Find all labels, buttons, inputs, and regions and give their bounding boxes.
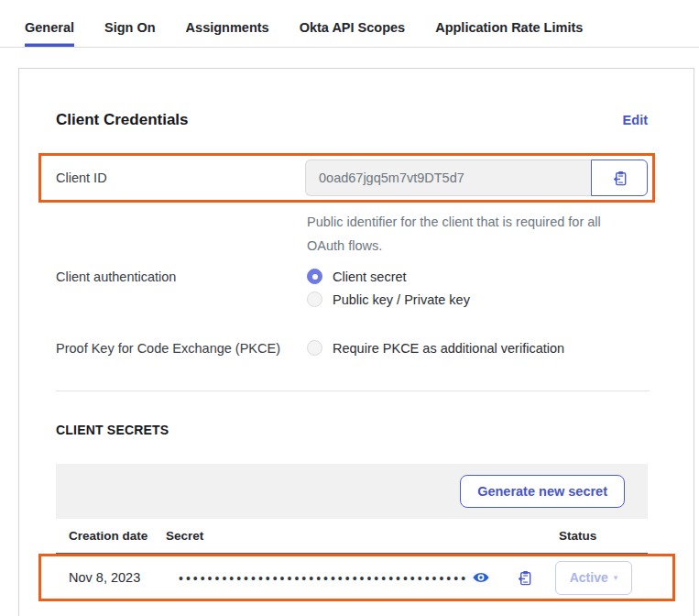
- radio-selected-icon[interactable]: [307, 269, 322, 284]
- tab-general[interactable]: General: [25, 11, 74, 47]
- secret-row-highlight-box: Nov 8, 2023 ••••••••••••••••••••••••••••…: [38, 554, 675, 601]
- edit-link[interactable]: Edit: [623, 113, 648, 127]
- secret-creation-date: Nov 8, 2023: [69, 570, 179, 585]
- client-secrets-toolbar: Generate new secret: [56, 464, 648, 519]
- client-id-label: Client ID: [56, 170, 305, 185]
- client-credentials-title: Client Credentials: [56, 111, 189, 129]
- secret-status-dropdown[interactable]: Active ▾: [555, 561, 632, 595]
- radio-option-label: Client secret: [333, 270, 407, 284]
- client-id-input-group: 0oad67jgq5m7vt9DT5d7: [305, 160, 648, 196]
- client-authentication-row: Client authentication Client secret Publ…: [56, 269, 648, 314]
- client-authentication-options: Client secret Public key / Private key: [307, 269, 470, 314]
- header-status: Status: [559, 529, 648, 543]
- generate-new-secret-button[interactable]: Generate new secret: [460, 475, 625, 508]
- radio-option-client-secret[interactable]: Client secret: [307, 269, 470, 284]
- clipboard-copy-icon: [611, 170, 628, 187]
- section-divider: [56, 390, 650, 391]
- tab-sign-on[interactable]: Sign On: [104, 11, 156, 47]
- pkce-label: Proof Key for Code Exchange (PKCE): [56, 340, 307, 356]
- radio-option-public-private-key[interactable]: Public key / Private key: [307, 292, 470, 307]
- tab-application-rate-limits[interactable]: Application Rate Limits: [435, 11, 583, 47]
- header-creation-date: Creation date: [56, 529, 166, 543]
- chevron-down-icon: ▾: [614, 573, 618, 582]
- radio-option-label: Public key / Private key: [333, 292, 470, 307]
- client-id-help-text: Public identifier for the client that is…: [307, 210, 626, 258]
- pkce-option-label: Require PKCE as additional verification: [333, 341, 564, 356]
- client-id-copy-button[interactable]: [591, 160, 648, 196]
- radio-unselected-icon[interactable]: [307, 292, 322, 307]
- reveal-secret-button[interactable]: [472, 568, 490, 587]
- pkce-options: Require PKCE as additional verification: [307, 340, 564, 363]
- pkce-row: Proof Key for Code Exchange (PKCE) Requi…: [56, 340, 648, 363]
- secret-status-label: Active: [570, 570, 608, 585]
- settings-card: Client Credentials Edit Client ID 0oad67…: [18, 68, 694, 616]
- secrets-table-header: Creation date Secret Status: [56, 519, 648, 554]
- client-authentication-label: Client authentication: [56, 269, 307, 284]
- client-id-highlight-box: Client ID 0oad67jgq5m7vt9DT5d7: [38, 153, 655, 203]
- clipboard-copy-icon: [516, 569, 533, 587]
- masked-secret-value: ••••••••••••••••••••••••••••••••••••••••: [179, 569, 470, 586]
- tab-assignments[interactable]: Assignments: [186, 11, 269, 47]
- client-id-field[interactable]: 0oad67jgq5m7vt9DT5d7: [305, 160, 591, 196]
- tab-okta-api-scopes[interactable]: Okta API Scopes: [300, 11, 406, 47]
- pkce-option[interactable]: Require PKCE as additional verification: [307, 340, 564, 356]
- header-secret: Secret: [166, 529, 559, 543]
- eye-icon: [472, 568, 490, 587]
- copy-secret-button[interactable]: [516, 569, 533, 587]
- client-secrets-title: CLIENT SECRETS: [56, 423, 648, 437]
- client-credentials-header: Client Credentials Edit: [56, 111, 648, 129]
- pkce-checkbox[interactable]: [307, 340, 322, 356]
- app-tab-bar: General Sign On Assignments Okta API Sco…: [0, 11, 699, 48]
